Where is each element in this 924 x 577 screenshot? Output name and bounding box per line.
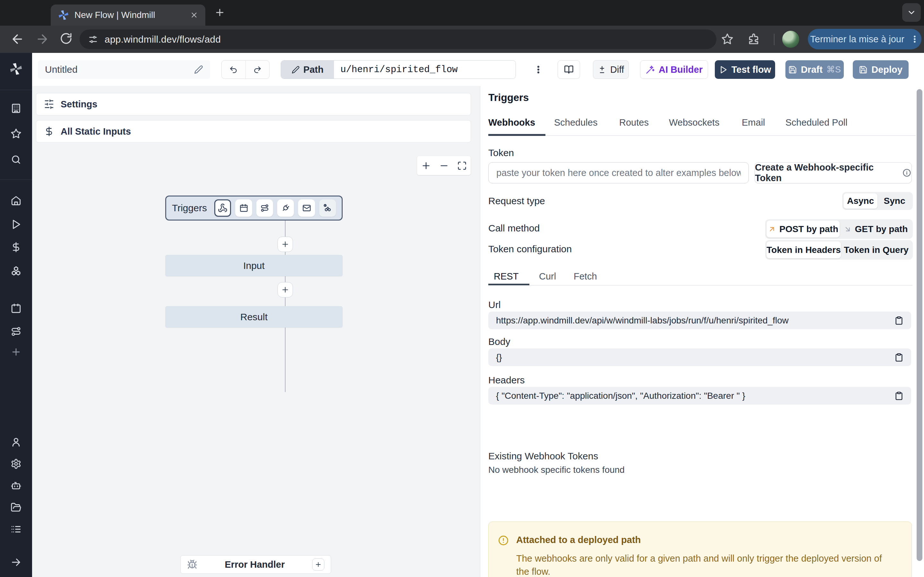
route-icon <box>260 203 269 213</box>
draft-label: Draft <box>801 64 822 75</box>
token-input[interactable] <box>488 162 749 183</box>
sidebar-item-favorites[interactable] <box>0 125 32 143</box>
panel-scrollbar[interactable] <box>917 89 922 561</box>
reload-icon[interactable] <box>60 32 73 45</box>
back-icon[interactable] <box>10 32 24 46</box>
flow-settings-row[interactable]: Settings <box>36 93 471 115</box>
trigger-websocket-button[interactable] <box>277 199 294 217</box>
zoom-out-icon[interactable] <box>439 161 449 171</box>
extensions-icon[interactable] <box>748 33 760 45</box>
test-flow-button[interactable]: Test flow <box>715 60 775 79</box>
request-type-async[interactable]: Async <box>843 193 877 209</box>
sidebar-collapse-arrow[interactable] <box>0 553 32 571</box>
diff-button[interactable]: Diff <box>593 60 629 79</box>
trigger-tabs: Webhooks Schedules Routes Websockets Ema… <box>488 115 916 136</box>
token-label: Token <box>488 147 514 158</box>
sidebar-item-settings[interactable] <box>0 455 32 473</box>
sidebar-divider <box>0 90 32 90</box>
create-webhook-token-button[interactable]: Create a Webhook-specific Token <box>754 162 912 183</box>
edit-name-pencil-icon[interactable] <box>194 65 203 74</box>
new-tab-button[interactable] <box>214 7 225 18</box>
result-node[interactable]: Result <box>165 306 342 327</box>
sidebar-item-resources[interactable] <box>0 262 32 280</box>
magic-wand-icon <box>646 65 655 74</box>
browser-tab-strip: New Flow | Windmill <box>0 0 924 26</box>
token-in-headers[interactable]: Token in Headers <box>766 242 841 258</box>
all-static-inputs-row[interactable]: All Static Inputs <box>36 120 471 143</box>
sidebar-item-logs[interactable] <box>0 520 32 538</box>
trigger-route-button[interactable] <box>256 199 273 217</box>
sidebar-item-search[interactable] <box>0 151 32 169</box>
update-menu-kebab-icon[interactable] <box>910 35 919 44</box>
deploy-button[interactable]: Deploy <box>853 60 909 79</box>
copy-url-icon[interactable] <box>895 316 903 325</box>
tab-schedules[interactable]: Schedules <box>554 117 598 128</box>
tab-websockets[interactable]: Websockets <box>669 117 719 128</box>
copy-headers-icon[interactable] <box>895 392 903 400</box>
triggers-node[interactable]: Triggers <box>165 195 342 221</box>
triggers-node-label: Triggers <box>172 203 207 213</box>
sidebar-item-runs[interactable] <box>0 215 32 234</box>
calendar-icon <box>239 203 248 213</box>
url-text: app.windmill.dev/flows/add <box>105 34 221 45</box>
redo-button[interactable] <box>246 61 270 79</box>
browser-tab[interactable]: New Flow | Windmill <box>51 5 205 26</box>
windmill-logo[interactable] <box>0 60 32 78</box>
tab-fetch[interactable]: Fetch <box>573 271 597 282</box>
draft-shortcut: ⌘S <box>827 64 841 75</box>
save-icon <box>859 65 867 74</box>
body-field: {} <box>488 348 911 366</box>
flow-name-box[interactable]: Untitled <box>38 60 210 79</box>
undo-button[interactable] <box>222 61 246 79</box>
sidebar-item-flows[interactable] <box>0 322 32 340</box>
call-method-post[interactable]: POST by path <box>766 221 840 237</box>
call-method-get[interactable]: GET by path <box>840 221 911 237</box>
add-error-handler-button[interactable] <box>312 558 325 571</box>
path-edit-button[interactable]: Path <box>281 61 334 79</box>
sidebar-item-variables[interactable] <box>0 238 32 256</box>
chrome-update-button[interactable]: Terminer la mise à jour <box>808 29 921 49</box>
site-settings-icon[interactable] <box>88 34 98 45</box>
trigger-scheduled-poll-button[interactable] <box>319 199 336 217</box>
sidebar-item-schedules[interactable] <box>0 300 32 318</box>
tab-rest[interactable]: REST <box>494 271 519 282</box>
tab-email[interactable]: Email <box>742 117 765 128</box>
trigger-schedule-button[interactable] <box>235 199 252 217</box>
ai-builder-button[interactable]: AI Builder <box>640 60 708 79</box>
sidebar-item-workers[interactable] <box>0 477 32 495</box>
tab-close-icon[interactable] <box>190 11 198 19</box>
forward-icon[interactable] <box>35 32 49 46</box>
sidebar-item-home[interactable] <box>0 192 32 210</box>
alert-circle-icon <box>498 535 509 546</box>
zoom-in-icon[interactable] <box>421 161 431 171</box>
copy-body-icon[interactable] <box>895 353 903 362</box>
add-step-button[interactable] <box>278 282 293 298</box>
add-step-button[interactable] <box>278 237 293 252</box>
save-draft-button[interactable]: Draft ⌘S <box>785 60 844 79</box>
sidebar-item-user[interactable] <box>0 433 32 451</box>
tab-search-button[interactable] <box>902 3 921 22</box>
trigger-email-button[interactable] <box>298 199 315 217</box>
tab-routes[interactable]: Routes <box>619 117 649 128</box>
path-input[interactable] <box>334 64 515 75</box>
bookmark-star-icon[interactable] <box>721 33 733 45</box>
token-in-query[interactable]: Token in Query <box>841 242 911 258</box>
sidebar-item-folders[interactable] <box>0 498 32 516</box>
sidebar-item-create[interactable] <box>0 343 32 361</box>
request-type-sync[interactable]: Sync <box>877 193 911 209</box>
more-options-kebab-icon[interactable] <box>529 60 548 79</box>
sidebar-item-workspace[interactable] <box>0 99 32 117</box>
tab-webhooks[interactable]: Webhooks <box>488 117 535 128</box>
error-handler-node[interactable]: Error Handler <box>180 555 331 574</box>
trigger-webhook-button[interactable] <box>214 199 231 217</box>
tab-scheduled-poll[interactable]: Scheduled Poll <box>785 117 847 128</box>
docs-button[interactable] <box>557 60 580 79</box>
path-value-wrap <box>334 61 515 79</box>
dollar-icon <box>44 126 54 137</box>
tab-curl[interactable]: Curl <box>539 271 556 282</box>
input-node[interactable]: Input <box>165 255 342 276</box>
profile-avatar[interactable] <box>782 31 799 48</box>
url-bar[interactable]: app.windmill.dev/flows/add <box>79 29 716 49</box>
fullscreen-icon[interactable] <box>457 161 467 171</box>
settings-label: Settings <box>61 99 97 110</box>
